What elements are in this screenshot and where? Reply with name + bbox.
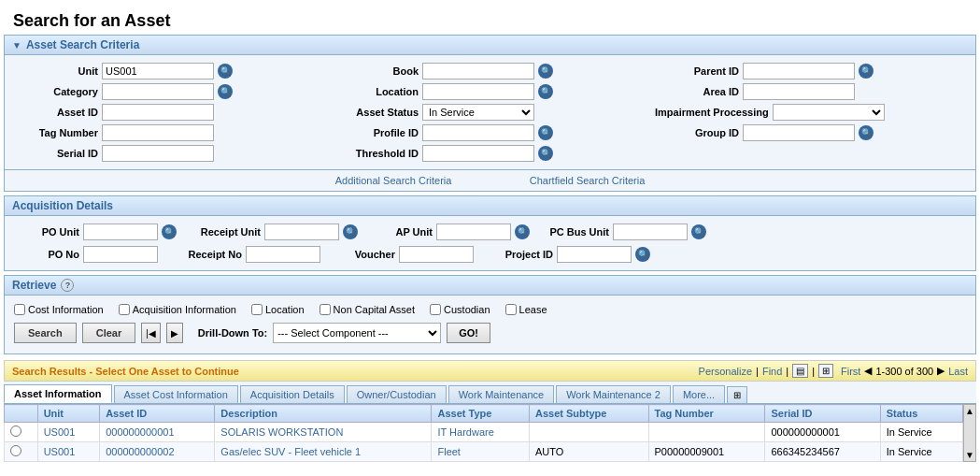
col-description[interactable]: Description: [215, 405, 432, 423]
lease-checkbox[interactable]: [505, 304, 517, 315]
area-id-input[interactable]: [743, 83, 855, 100]
row1-status: In Service: [880, 423, 962, 442]
receipt-no-input[interactable]: [246, 246, 320, 263]
group-id-input[interactable]: [743, 124, 855, 141]
pc-bus-unit-row: PC Bus Unit 🔍: [539, 222, 706, 242]
asset-status-select[interactable]: In Service Disposed Pending: [422, 104, 534, 121]
acq-info-checkbox[interactable]: [119, 304, 130, 315]
additional-search-link[interactable]: Additional Search Criteria: [298, 175, 490, 186]
row1-asset-id-link[interactable]: 000000000001: [106, 426, 174, 438]
group-id-lookup-icon[interactable]: 🔍: [859, 125, 873, 140]
row1-unit-link[interactable]: US001: [44, 426, 76, 438]
receipt-unit-input[interactable]: [264, 224, 339, 240]
grid-icon[interactable]: ▤: [792, 364, 808, 378]
col-asset-type[interactable]: Asset Type: [432, 405, 530, 423]
col-asset-id[interactable]: Asset ID: [100, 405, 215, 423]
scroll-down-btn[interactable]: ▼: [964, 449, 975, 461]
row1-radio[interactable]: [10, 426, 21, 437]
col-status[interactable]: Status: [880, 405, 962, 423]
go-button[interactable]: GO!: [447, 323, 490, 343]
nav-first-btn[interactable]: |◀: [141, 323, 161, 343]
col-serial-id[interactable]: Serial ID: [765, 405, 880, 423]
pc-bus-unit-input[interactable]: [613, 224, 688, 240]
pc-bus-unit-lookup-icon[interactable]: 🔍: [691, 224, 706, 239]
row2-desc-link[interactable]: Gas/elec SUV - Fleet vehicle 1: [220, 446, 361, 457]
tab-acq-details[interactable]: Acquisition Details: [240, 385, 345, 403]
project-id-lookup-icon[interactable]: 🔍: [635, 247, 650, 262]
ap-unit-input[interactable]: [436, 224, 511, 240]
book-input[interactable]: [422, 63, 534, 79]
receipt-unit-lookup-icon[interactable]: 🔍: [343, 224, 358, 239]
results-nav: Personalize | Find | ▤ | ⊞ First ◀ 1-300…: [699, 364, 968, 378]
collapse-arrow-icon[interactable]: ▼: [12, 40, 21, 50]
col-tag-number[interactable]: Tag Number: [648, 405, 765, 423]
nav-next-btn[interactable]: ▶: [166, 323, 183, 343]
ap-unit-lookup-icon[interactable]: 🔍: [515, 224, 530, 239]
parent-id-input[interactable]: [743, 63, 855, 79]
asset-id-input[interactable]: [102, 104, 214, 121]
tab-asset-info[interactable]: Asset Information: [4, 384, 112, 403]
profile-id-lookup-icon[interactable]: 🔍: [538, 125, 553, 140]
retrieve-header: Retrieve ?: [4, 275, 976, 296]
clear-button[interactable]: Clear: [82, 323, 136, 343]
impairment-select[interactable]: [773, 104, 885, 121]
po-no-input[interactable]: [83, 246, 158, 263]
row2-type-link[interactable]: Fleet: [437, 446, 460, 457]
table-icon[interactable]: ⊞: [818, 364, 833, 378]
po-unit-input[interactable]: [83, 224, 158, 240]
prev-page-icon[interactable]: ◀: [864, 365, 872, 377]
personalize-link[interactable]: Personalize: [699, 366, 752, 377]
find-link[interactable]: Find: [762, 366, 782, 377]
chartfield-search-link[interactable]: Chartfield Search Criteria: [492, 175, 683, 186]
row2-asset-id-link[interactable]: 000000000002: [106, 446, 174, 457]
row2-unit-link[interactable]: US001: [44, 446, 76, 457]
drill-down-select[interactable]: --- Select Component ---: [273, 323, 441, 343]
row1-desc-link[interactable]: SOLARIS WORKSTATION: [220, 426, 343, 438]
tab-more[interactable]: More...: [673, 385, 725, 403]
project-id-input[interactable]: [557, 246, 632, 263]
voucher-input[interactable]: [399, 246, 474, 263]
nca-checkbox[interactable]: [320, 304, 331, 315]
help-icon[interactable]: ?: [61, 279, 74, 292]
parent-id-lookup-icon[interactable]: 🔍: [859, 64, 873, 79]
tag-number-input[interactable]: [102, 124, 214, 141]
serial-id-input[interactable]: [102, 145, 214, 162]
tab-asset-cost-info[interactable]: Asset Cost Information: [114, 385, 238, 403]
tab-work-maintenance-2[interactable]: Work Maintenance 2: [556, 385, 671, 403]
location-input[interactable]: [422, 83, 534, 100]
row1-type-link[interactable]: IT Hardware: [437, 426, 493, 438]
search-links-row: Additional Search Criteria Chartfield Se…: [4, 170, 976, 192]
columns-icon[interactable]: ⊞: [727, 386, 747, 403]
row2-tag-number: P00000009001: [648, 442, 765, 462]
custodian-checkbox[interactable]: [430, 304, 441, 315]
next-page-icon[interactable]: ▶: [937, 365, 944, 377]
asset-search-label: Asset Search Criteria: [26, 38, 139, 51]
book-lookup-icon[interactable]: 🔍: [538, 64, 553, 79]
category-input[interactable]: [102, 83, 214, 100]
receipt-unit-row: Receipt Unit 🔍: [186, 222, 358, 242]
search-button[interactable]: Search: [14, 323, 77, 343]
row2-radio[interactable]: [10, 445, 21, 456]
location-checkbox[interactable]: [251, 304, 263, 315]
col-unit[interactable]: Unit: [37, 405, 100, 423]
cost-info-checkbox[interactable]: [14, 304, 25, 315]
voucher-label: Voucher: [330, 249, 395, 260]
first-link[interactable]: First: [841, 366, 860, 377]
tag-number-label: Tag Number: [14, 127, 98, 138]
location-lookup-icon[interactable]: 🔍: [538, 84, 553, 99]
threshold-id-lookup-icon[interactable]: 🔍: [538, 146, 553, 161]
last-link[interactable]: Last: [948, 366, 968, 377]
scroll-bar[interactable]: ▲ ▼: [963, 404, 976, 462]
tabs-row: Asset Information Asset Cost Information…: [4, 382, 976, 404]
col-asset-subtype[interactable]: Asset Subtype: [530, 405, 648, 423]
threshold-id-input[interactable]: [422, 145, 534, 162]
category-lookup-icon[interactable]: 🔍: [218, 84, 233, 99]
unit-lookup-icon[interactable]: 🔍: [218, 64, 233, 79]
tab-owner-custodian[interactable]: Owner/Custodian: [347, 385, 447, 403]
impairment-row: Impairment Processing: [655, 102, 966, 123]
scroll-up-btn[interactable]: ▲: [964, 405, 975, 417]
unit-input[interactable]: [102, 63, 214, 79]
tab-work-maintenance[interactable]: Work Maintenance: [448, 385, 555, 403]
profile-id-input[interactable]: [422, 124, 534, 141]
po-unit-lookup-icon[interactable]: 🔍: [162, 224, 177, 239]
